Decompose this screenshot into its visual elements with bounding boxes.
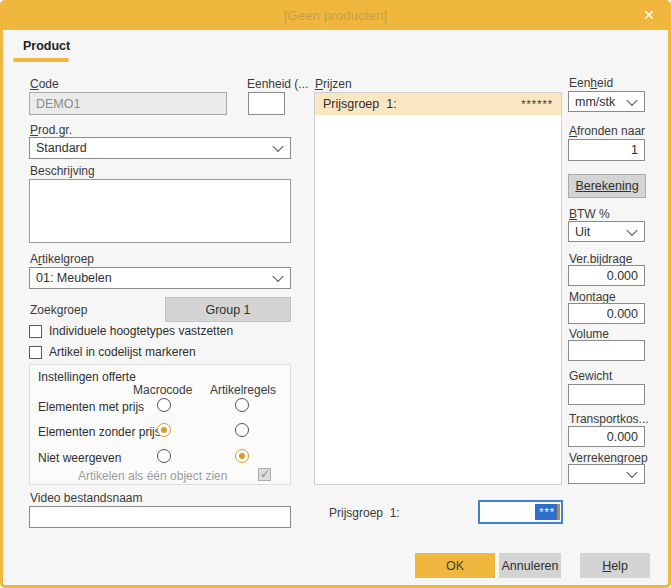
video-bestandsnaam-input[interactable] (29, 506, 291, 528)
radio-niet-weergeven-macrocode[interactable] (157, 449, 171, 463)
prijzen-label: Prijzen (315, 77, 352, 91)
eenheid-select[interactable]: mm/stk (568, 91, 645, 112)
code-input[interactable] (29, 92, 227, 115)
prijsgroep-value-selection: *** (535, 504, 557, 520)
transportkosten-input[interactable] (568, 426, 645, 447)
beschrijving-label: Beschrijving (30, 164, 95, 178)
berekening-button[interactable]: Berekening (568, 174, 646, 198)
afronden-naar-input[interactable] (568, 139, 645, 161)
radio-met-prijs-artikelregels[interactable] (235, 398, 249, 412)
chevron-down-icon (272, 271, 283, 282)
prijsgroep-bottom-label: Prijsgroep 1: (329, 506, 400, 520)
prijsgroep-item-value: ****** (521, 98, 553, 110)
montage-label: Montage (569, 290, 616, 304)
artikelgroep-select[interactable]: 01: Meubelen (29, 267, 291, 289)
codelijst-checkbox[interactable] (29, 346, 42, 359)
gewicht-input[interactable] (568, 384, 645, 405)
verrekengroep-label: Verrekengroep (569, 451, 648, 465)
instellingen-offerte-title: Instellingen offerte (38, 370, 136, 384)
row-niet-weergeven-label: Niet weergeven (38, 451, 121, 465)
tab-product[interactable]: Product (23, 39, 70, 53)
verbijdrage-input[interactable] (568, 265, 645, 286)
help-button[interactable]: Help (580, 553, 650, 578)
eenheid-selected-value: mm/stk (575, 95, 615, 109)
prijzen-listbox[interactable]: Prijsgroep 1: ****** (314, 92, 562, 485)
transportkosten-label: Transportkos... (569, 412, 649, 426)
artikelgroep-selected-value: 01: Meubelen (36, 271, 112, 285)
beschrijving-textarea[interactable] (29, 179, 291, 243)
codelijst-checkbox-label: Artikel in codelijst markeren (49, 345, 196, 359)
codelijst-checkbox-row[interactable]: Artikel in codelijst markeren (29, 345, 196, 359)
row-elementen-met-prijs-label: Elementen met prijs (38, 400, 144, 414)
dialog-title: [Geen producten] (284, 8, 388, 23)
prijsgroep-value-input[interactable]: *** (478, 500, 563, 524)
prijsgroep-item-name: Prijsgroep 1: (323, 97, 397, 111)
title-bar: [Geen producten] ✕ (0, 0, 671, 30)
volume-label: Volume (569, 327, 609, 341)
montage-input[interactable] (568, 303, 645, 324)
macrocode-column-header: Macrocode (133, 383, 192, 397)
row-elementen-zonder-prijs-label: Elementen zonder prijs (38, 425, 161, 439)
chevron-down-icon (626, 467, 637, 478)
close-icon[interactable]: ✕ (639, 5, 659, 25)
chevron-down-icon (626, 224, 637, 235)
chevron-down-icon (272, 141, 283, 152)
eenheid-small-label: Eenheid (... (247, 77, 308, 91)
hoogtetypes-checkbox-row[interactable]: Individuele hoogtetypes vastzetten (29, 324, 233, 338)
instellingen-offerte-group: Instellingen offerte Macrocode Artikelre… (29, 364, 291, 485)
eenheid-small-input[interactable] (248, 92, 285, 115)
radio-zonder-prijs-artikelregels[interactable] (235, 423, 249, 437)
prodgr-select[interactable]: Standard (29, 137, 291, 159)
eenheid-label: Eenheid (569, 76, 613, 90)
zoekgroep-group-button[interactable]: Group 1 (165, 297, 291, 322)
zoekgroep-label: Zoekgroep (30, 303, 87, 317)
ok-button[interactable]: OK (415, 553, 495, 578)
radio-niet-weergeven-artikelregels[interactable] (235, 449, 249, 463)
radio-zonder-prijs-macrocode[interactable] (157, 423, 171, 437)
product-dialog: [Geen producten] ✕ Product Code Eenheid … (0, 0, 671, 588)
prodgr-label: Prod.gr. (30, 123, 72, 137)
hoogtetypes-checkbox-label: Individuele hoogtetypes vastzetten (49, 324, 233, 338)
hoogtetypes-checkbox[interactable] (29, 325, 42, 338)
one-object-label: Artikelen als één object zien (78, 469, 227, 483)
annuleren-button[interactable]: Annuleren (499, 553, 561, 578)
volume-input[interactable] (568, 340, 645, 361)
chevron-down-icon (626, 94, 637, 105)
radio-met-prijs-macrocode[interactable] (157, 398, 171, 412)
prodgr-selected-value: Standard (36, 141, 87, 155)
text-caret (557, 504, 560, 520)
code-label: Code (30, 77, 59, 91)
btw-selected-value: Uit (575, 225, 590, 239)
tab-active-indicator (13, 58, 69, 62)
verrekengroep-select[interactable] (568, 464, 645, 484)
artikelgroep-label: Artikelgroep (30, 252, 94, 266)
btw-label: BTW % (569, 207, 610, 221)
afronden-naar-label: Afronden naar (569, 124, 645, 138)
one-object-checkbox (258, 468, 271, 481)
verbijdrage-label: Ver.bijdrage (569, 252, 632, 266)
video-bestandsnaam-label: Video bestandsnaam (30, 491, 143, 505)
artikelregels-column-header: Artikelregels (210, 383, 276, 397)
prijsgroep-list-item[interactable]: Prijsgroep 1: ****** (315, 93, 561, 115)
btw-select[interactable]: Uit (568, 221, 645, 242)
gewicht-label: Gewicht (569, 369, 612, 383)
